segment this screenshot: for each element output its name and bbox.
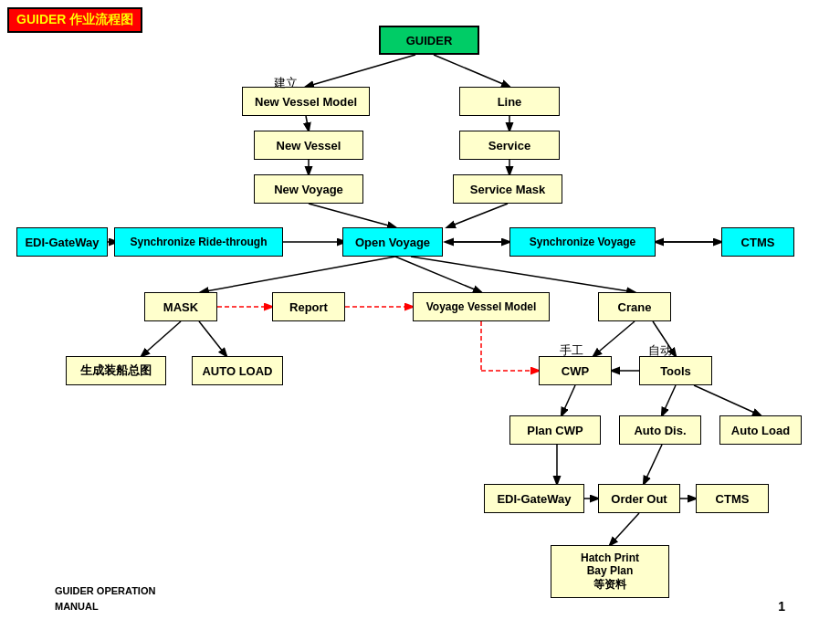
svg-line-23 (593, 321, 635, 356)
node-ctms2: CTMS (696, 484, 769, 513)
svg-line-2 (306, 116, 309, 131)
node-guider: GUIDER (379, 26, 479, 55)
svg-line-6 (309, 204, 395, 227)
node-hatch-print: Hatch Print Bay Plan 等资料 (551, 545, 669, 598)
svg-line-16 (411, 257, 635, 292)
svg-line-18 (199, 321, 226, 356)
svg-line-26 (562, 385, 575, 415)
svg-line-14 (201, 257, 395, 292)
svg-line-15 (395, 257, 481, 292)
node-report: Report (272, 292, 345, 321)
node-crane: Crane (598, 292, 671, 321)
svg-line-28 (694, 385, 761, 415)
node-service-mask: Service Mask (453, 174, 562, 204)
node-new-vessel-model: New Vessel Model (242, 87, 370, 116)
node-ctms1: CTMS (721, 227, 794, 257)
svg-line-33 (610, 513, 639, 545)
node-sync-ride: Synchronize Ride-through (114, 227, 283, 257)
svg-line-30 (644, 445, 662, 484)
node-edi-gateway2: EDI-GateWay (484, 484, 584, 513)
node-new-voyage: New Voyage (254, 174, 363, 204)
node-order-out: Order Out (598, 484, 680, 513)
svg-line-7 (447, 204, 508, 227)
node-voyage-vessel-model: Voyage Vessel Model (413, 292, 550, 321)
node-service: Service (459, 131, 560, 160)
node-new-vessel: New Vessel (254, 131, 363, 160)
footer-page-num: 1 (778, 599, 785, 614)
svg-line-1 (434, 55, 509, 87)
svg-line-0 (306, 55, 415, 87)
node-mask: MASK (144, 292, 217, 321)
flowchart: GUIDER 作业流程图 GUIDER New Vessel Model Lin… (0, 0, 840, 630)
node-plan-cwp: Plan CWP (509, 415, 601, 445)
node-cwp: CWP (539, 356, 612, 385)
node-auto-dis: Auto Dis. (619, 415, 701, 445)
node-sync-voyage: Synchronize Voyage (509, 227, 656, 257)
node-open-voyage: Open Voyage (342, 227, 443, 257)
header-badge: GUIDER 作业流程图 (7, 7, 142, 33)
footer-line2: MANUAL (55, 599, 155, 614)
node-auto-load1: AUTO LOAD (192, 356, 283, 385)
node-sheng-cheng: 生成装船总图 (66, 356, 166, 385)
node-tools: Tools (639, 356, 712, 385)
svg-line-27 (662, 385, 676, 415)
node-auto-load2: Auto Load (719, 415, 802, 445)
footer-line1: GUIDER OPERATION (55, 583, 155, 599)
node-line: Line (459, 87, 560, 116)
footer-left: GUIDER OPERATION MANUAL (55, 583, 155, 614)
node-edi-gateway1: EDI-GateWay (16, 227, 108, 257)
label-jian-li: 建立 (274, 75, 298, 91)
svg-line-17 (142, 321, 181, 356)
